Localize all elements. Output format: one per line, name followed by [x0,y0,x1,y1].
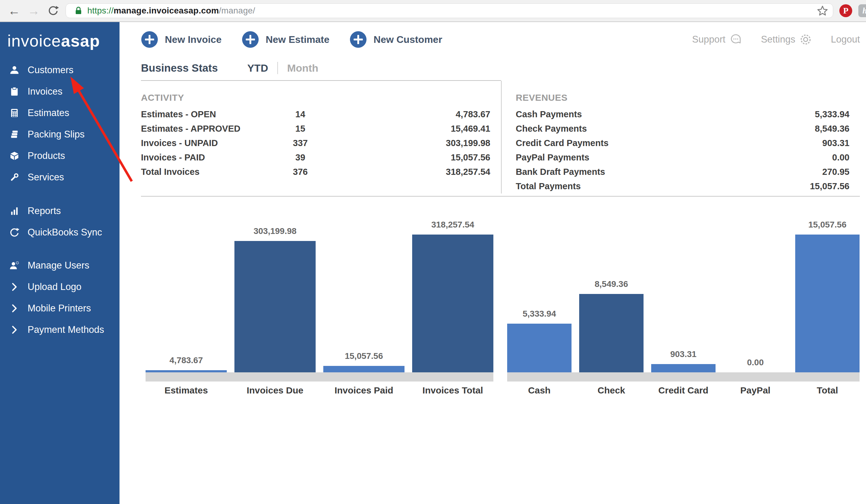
sidebar-nav: Customers Invoices Estimates Packing Sli… [0,59,120,341]
category-label: Estimates [146,385,227,396]
honey-extension-icon[interactable]: h [858,4,866,17]
browser-reload-icon[interactable] [44,5,63,16]
chart-category-labels: Estimates Invoices Due Invoices Paid Inv… [146,385,493,396]
chevron-right-icon [9,282,20,292]
browser-chrome: ← → https://manage.invoiceasap.com/manag… [0,0,866,22]
row-amount: 15,057.56 [706,181,850,191]
browser-back-icon[interactable]: ← [4,4,24,17]
logo-text-bold: asap [61,32,100,50]
table-row: Estimates - APPROVED 15 15,469.41 [141,122,490,136]
bar-value-label: 303,199.98 [253,226,296,236]
row-label: Check Payments [516,124,706,134]
row-label: Estimates - APPROVED [141,124,254,134]
sidebar-item-estimates[interactable]: Estimates [0,102,120,124]
sidebar-item-payment-methods[interactable]: Payment Methods [0,319,120,341]
tab-divider [277,62,278,74]
sidebar-item-services[interactable]: Services [0,167,120,188]
sidebar-item-reports[interactable]: Reports [0,200,120,222]
charts-section: 4,783.67 303,199.98 15,057.56 318,257.54 [141,219,860,396]
page-title: Business Stats [141,62,218,74]
row-label: PayPal Payments [516,152,706,163]
sidebar-item-label: QuickBooks Sync [27,227,102,238]
settings-button[interactable]: Settings [761,33,812,46]
sidebar-item-manage-users[interactable]: Manage Users [0,255,120,276]
logo-text-light: invoice [7,32,61,50]
user-gear-icon [9,260,20,271]
stats-section: ACTIVITY Estimates - OPEN 14 4,783.67 Es… [141,81,860,197]
bookmark-star-icon[interactable] [817,5,828,16]
bar-value-label: 4,783.67 [169,355,203,365]
pinterest-extension-icon[interactable]: P [839,4,852,17]
sidebar-item-label: Upload Logo [27,282,81,293]
sidebar-item-mobile-printers[interactable]: Mobile Printers [0,298,120,319]
row-label: Total Payments [516,181,706,191]
settings-label: Settings [761,34,795,45]
table-row: Invoices - PAID 39 15,057.56 [141,150,490,165]
row-label: Cash Payments [516,109,706,119]
gear-icon [799,33,812,46]
tab-month[interactable]: Month [287,62,318,74]
table-row: Credit Card Payments 903.31 [516,136,850,150]
row-amount: 270.95 [706,167,850,177]
app-logo[interactable]: invoiceasap [0,22,120,50]
row-label: Invoices - PAID [141,152,254,163]
sidebar-item-label: Estimates [27,107,69,118]
bar-chart-icon [9,206,20,216]
user-icon [9,65,20,75]
clipboard-icon [9,87,20,97]
row-amount: 15,057.56 [346,152,490,163]
table-row: Invoices - UNPAID 337 303,199.98 [141,136,490,150]
new-customer-button[interactable]: New Customer [349,31,442,48]
row-amount: 903.31 [706,138,850,148]
row-count: 39 [254,152,346,163]
support-button[interactable]: Support [692,33,742,46]
support-label: Support [692,34,726,45]
new-invoice-button[interactable]: New Invoice [141,31,222,48]
category-label: Credit Card [651,385,715,396]
category-label: Total [795,385,859,396]
revenues-panel: REVENUES Cash Payments 5,333.94 Check Pa… [501,81,860,194]
sidebar-item-upload-logo[interactable]: Upload Logo [0,276,120,298]
row-label: Credit Card Payments [516,138,706,148]
chart-baseline [146,373,493,381]
sidebar-item-invoices[interactable]: Invoices [0,81,120,102]
row-label: Bank Draft Payments [516,167,706,177]
sidebar-item-label: Customers [27,65,74,76]
address-bar[interactable]: https://manage.invoiceasap.com/manage/ [66,3,833,18]
bar-value-label: 8,549.36 [595,279,628,289]
browser-forward-icon[interactable]: → [24,4,44,17]
row-label: Invoices - UNPAID [141,138,254,148]
sidebar-item-packing-slips[interactable]: Packing Slips [0,124,120,145]
bar-invoices-paid [323,366,404,373]
bar-estimates [146,370,227,373]
table-row: Cash Payments 5,333.94 [516,107,850,122]
url-path: /manage/ [219,6,255,15]
new-estimate-button[interactable]: New Estimate [242,31,330,48]
sidebar-item-products[interactable]: Products [0,145,120,167]
sidebar-item-customers[interactable]: Customers [0,59,120,81]
plus-circle-icon [242,31,259,48]
table-row: Bank Draft Payments 270.95 [516,165,850,179]
logout-button[interactable]: Logout [831,34,860,45]
wrench-icon [9,172,20,183]
tab-ytd[interactable]: YTD [247,62,268,74]
row-label: Total Invoices [141,167,254,177]
chart-category-labels: Cash Check Credit Card PayPal Total [507,385,859,396]
bar-column: 0.00 [723,358,788,373]
category-label: Invoices Total [412,385,493,396]
bar-column: 5,333.94 [507,309,571,373]
chevron-right-icon [9,303,20,313]
row-count: 337 [254,138,346,148]
row-amount: 15,469.41 [346,124,490,134]
category-label: Check [579,385,644,396]
sidebar-item-quickbooks-sync[interactable]: QuickBooks Sync [0,222,120,243]
invoices-bars-area: 4,783.67 303,199.98 15,057.56 318,257.54 [146,219,493,373]
bar-column: 4,783.67 [146,355,227,373]
table-row: PayPal Payments 0.00 [516,150,850,165]
bar-value-label: 903.31 [670,350,697,359]
sync-icon [9,227,20,238]
new-invoice-label: New Invoice [165,34,222,45]
row-count: 376 [254,167,346,177]
row-amount: 5,333.94 [706,109,850,119]
logout-label: Logout [831,34,860,45]
